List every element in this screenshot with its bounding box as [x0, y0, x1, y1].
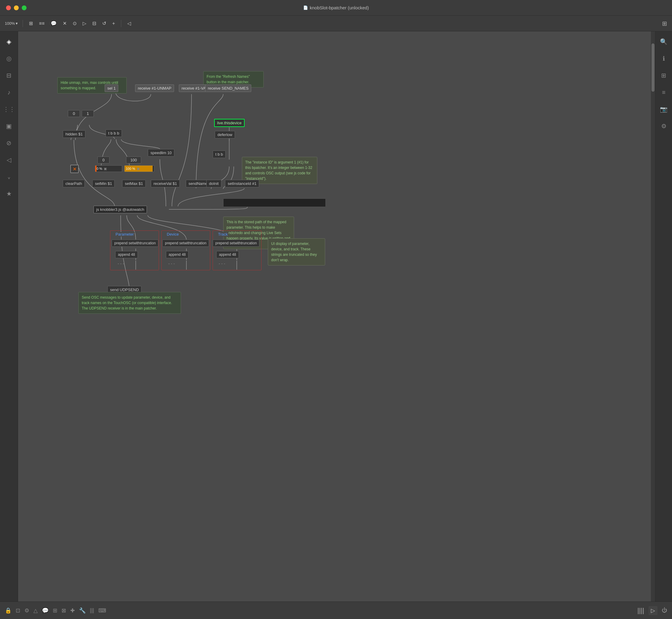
path-display[interactable] — [223, 199, 326, 207]
toolbar-btn-comment[interactable]: 💬 — [50, 20, 58, 27]
numbox-one1[interactable]: 1 — [82, 110, 94, 117]
slider-zero[interactable]: 0 % ▣ — [95, 165, 122, 172]
scrollbar-thumb[interactable] — [652, 44, 655, 92]
titlebar: 📄 knobSlot-bpatcher (unlocked) — [0, 0, 672, 16]
sidebar-icon-left[interactable]: ◁ — [4, 154, 14, 165]
node-js-knobbler[interactable]: js knobbler3.js @autowatch — [93, 206, 147, 213]
right-icon-search[interactable]: 🔍 — [658, 36, 669, 47]
bottom-play[interactable]: ▷ — [649, 606, 658, 615]
bottom-toolbar: 🔒 ⊡ ⚙ △ 💬 ⊞ ⊠ ✚ 🔧 ||| ⌨ |||| ▷ ⏻ — [0, 602, 672, 619]
node-doinit[interactable]: doInit — [206, 180, 221, 187]
node-setmax[interactable]: setMax $1 — [122, 180, 146, 187]
canvas-area[interactable]: Hide unmap, min, max controls until some… — [18, 31, 655, 602]
label-track: Track — [217, 232, 229, 236]
toggle-x[interactable]: ✕ — [70, 165, 79, 173]
numbox-zero1[interactable]: 0 — [68, 110, 80, 117]
bottom-right-buttons: |||| ▷ ⏻ — [637, 606, 667, 615]
node-live-thisdevice[interactable]: live.thisdevice — [214, 119, 245, 127]
node-setmin[interactable]: setMin $1 — [92, 180, 115, 187]
sidebar-icon-music[interactable]: ♪ — [4, 87, 14, 98]
toolbar-btn-arrow[interactable]: ◁ — [126, 20, 132, 27]
sidebar-icon-3d[interactable]: ◈ — [4, 36, 14, 47]
sidebar-icon-circle[interactable]: ◎ — [4, 53, 14, 64]
window-controls[interactable] — [6, 5, 26, 10]
dots-device: - - - — [168, 261, 175, 266]
window-title: 📄 knobSlot-bpatcher (unlocked) — [303, 5, 369, 10]
node-sel1[interactable]: sel 1 — [105, 84, 118, 92]
bottom-comment[interactable]: 💬 — [42, 607, 49, 614]
title-icon: 📄 — [303, 5, 308, 10]
toolbar-btn-refresh[interactable]: ↺ — [101, 20, 107, 27]
sidebar-icon-link[interactable]: ⊘ — [4, 138, 14, 148]
canvas-scrollbar[interactable] — [651, 31, 655, 602]
node-setinstanceid[interactable]: setInstanceId #1 — [225, 180, 259, 187]
sidebar-icon-dots[interactable]: ⋮⋮ — [4, 104, 14, 115]
node-receiveval[interactable]: receiveVal $1 — [151, 180, 180, 187]
sidebar-icon-image[interactable]: ▣ — [4, 121, 14, 132]
zoom-control[interactable]: 100% ▾ — [5, 21, 18, 26]
dots-param: - - - — [118, 261, 124, 266]
main-layout: ◈ ◎ ⊟ ♪ ⋮⋮ ▣ ⊘ ◁ ᵥ ★ — [0, 31, 672, 602]
right-icon-list[interactable]: ≡ — [658, 87, 669, 98]
wires-layer — [18, 31, 655, 602]
maximize-button[interactable] — [22, 5, 26, 10]
bottom-wrench[interactable]: 🔧 — [79, 607, 86, 614]
node-tbbb[interactable]: t b b b — [105, 129, 122, 137]
node-receive-send-names[interactable]: receive SEND_NAMES — [205, 84, 251, 92]
numbox-hundred[interactable]: 100 — [126, 156, 141, 163]
node-prepend-device[interactable]: prepend setwithtruncation — [162, 239, 209, 247]
toolbar-btn-x[interactable]: ✕ — [62, 20, 68, 27]
zoom-arrow: ▾ — [16, 21, 18, 26]
node-clearpath[interactable]: clearPath — [63, 180, 85, 187]
label-parameter: Parameter — [115, 232, 135, 236]
node-hidden-s1[interactable]: hidden $1 — [63, 130, 85, 138]
bottom-xbox[interactable]: ⊠ — [62, 607, 66, 614]
node-append-device[interactable]: append 48 — [166, 251, 189, 258]
toolbar-btn-circle[interactable]: ⊙ — [71, 20, 78, 27]
bottom-box[interactable]: ⊞ — [53, 607, 57, 614]
right-icon-info[interactable]: ℹ — [658, 53, 669, 64]
toolbar-btn-plus[interactable]: + — [111, 20, 116, 27]
grid-button[interactable]: ⊞ — [662, 20, 667, 27]
left-sidebar: ◈ ◎ ⊟ ♪ ⋮⋮ ▣ ⊘ ◁ ᵥ ★ — [0, 31, 18, 602]
toolbar-separator-2 — [121, 20, 121, 27]
bottom-gear[interactable]: ⚙ — [24, 607, 29, 614]
sidebar-icon-layout[interactable]: ⊟ — [4, 70, 14, 81]
sidebar-icon-v[interactable]: ᵥ — [4, 171, 14, 182]
minimize-button[interactable] — [14, 5, 19, 10]
numbox-zero2[interactable]: 0 — [97, 156, 109, 163]
sidebar-icon-star[interactable]: ★ — [4, 188, 14, 199]
dots-track: - - - — [219, 261, 225, 266]
right-sidebar: 🔍 ℹ ⊞ ≡ 📷 ⚙ — [655, 31, 672, 602]
slider-hundred[interactable]: 100 % ▣ — [124, 165, 154, 172]
toolbar-btn-1[interactable]: ⊞ — [28, 20, 34, 27]
comment-send-osc: Send OSC messages to update parameter, d… — [78, 292, 181, 314]
node-prepend-track[interactable]: prepend setwithtruncation — [213, 239, 259, 247]
node-receive-unmap[interactable]: receive #1-UNMAP — [135, 84, 174, 92]
bottom-vert-bars[interactable]: |||| — [637, 607, 644, 614]
right-icon-grid[interactable]: ⊞ — [658, 70, 669, 81]
node-append-track[interactable]: append 48 — [216, 251, 239, 258]
bottom-crosshair[interactable]: ✚ — [70, 607, 75, 614]
close-button[interactable] — [6, 5, 11, 10]
bottom-bars[interactable]: ||| — [90, 607, 94, 614]
node-deferlow[interactable]: deferlow — [215, 131, 235, 138]
bottom-select[interactable]: ⊡ — [16, 607, 20, 614]
label-device: Device — [166, 232, 180, 236]
toolbar-btn-play[interactable]: ▷ — [81, 20, 87, 27]
bottom-lock[interactable]: 🔒 — [5, 607, 11, 614]
toolbar: 100% ▾ ⊞ ≡≡ 💬 ✕ ⊙ ▷ ⊟ ↺ + ◁ ⊞ — [0, 16, 672, 31]
node-tbb[interactable]: t b b — [213, 150, 226, 158]
right-icon-camera[interactable]: 📷 — [658, 104, 669, 115]
node-prepend-param[interactable]: prepend setwithtruncation — [111, 239, 158, 247]
node-append-param[interactable]: append 48 — [115, 251, 138, 258]
right-icon-sliders[interactable]: ⚙ — [658, 121, 669, 132]
bottom-triangle[interactable]: △ — [33, 607, 38, 614]
zoom-value: 100% — [5, 21, 15, 26]
toolbar-btn-2[interactable]: ≡≡ — [38, 20, 46, 27]
toolbar-btn-rect[interactable]: ⊟ — [91, 20, 97, 27]
bottom-keyboard[interactable]: ⌨ — [98, 607, 106, 614]
comment-ui-display: UI display of parameter, device, and tra… — [268, 238, 325, 266]
bottom-power[interactable]: ⏻ — [662, 607, 667, 614]
node-speedlim[interactable]: speedlim 10 — [148, 149, 174, 156]
